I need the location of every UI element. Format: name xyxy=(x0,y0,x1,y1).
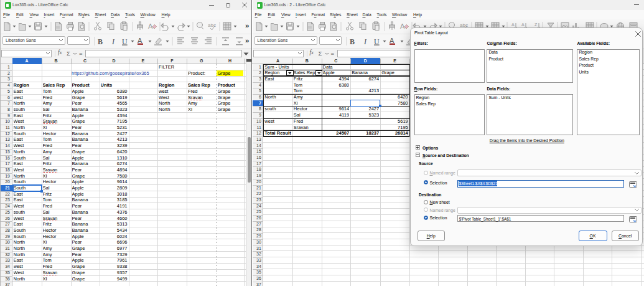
svg-text:B: B xyxy=(98,37,103,46)
svg-text:B: B xyxy=(350,37,355,46)
svg-text:A: A xyxy=(521,22,525,27)
svg-text:I: I xyxy=(111,37,115,46)
svg-text:Z: Z xyxy=(534,22,538,27)
svg-text:U: U xyxy=(374,37,380,46)
svg-text:A: A xyxy=(511,22,515,27)
svg-text:U: U xyxy=(122,37,128,46)
svg-text:abc: abc xyxy=(208,22,216,28)
svg-text:I: I xyxy=(363,37,367,46)
svg-text:A: A xyxy=(400,22,405,30)
svg-text:A: A xyxy=(148,22,153,30)
svg-text:A: A xyxy=(138,37,142,44)
svg-text:A: A xyxy=(390,37,394,44)
